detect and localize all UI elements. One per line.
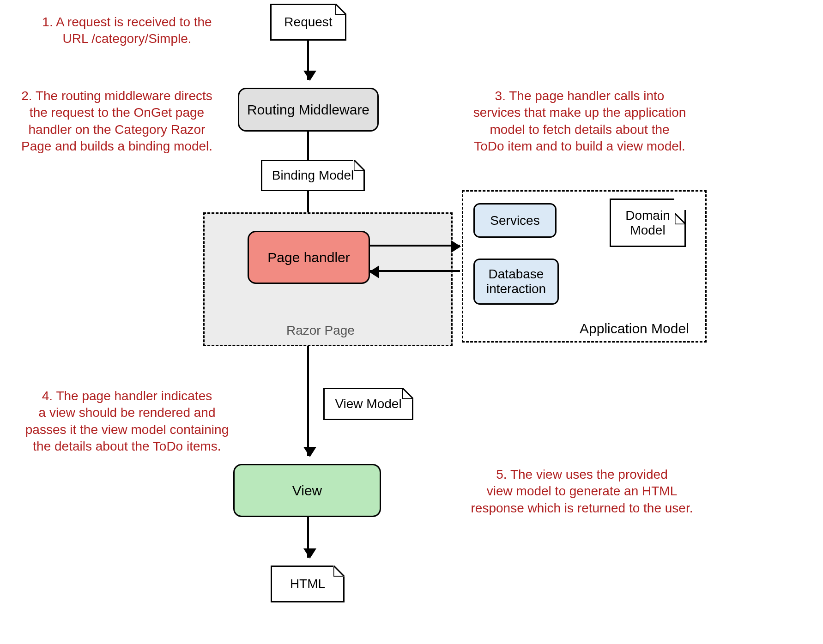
doc-request-label: Request bbox=[284, 15, 332, 30]
block-page-handler: Page handler bbox=[248, 231, 370, 284]
annotation-2: 2. The routing middleware directs the re… bbox=[8, 88, 225, 155]
arrow-razorpage-view bbox=[307, 346, 309, 456]
razor-page-label: Razor Page bbox=[286, 323, 355, 338]
doc-view-model: View Model bbox=[323, 388, 413, 420]
html-label: HTML bbox=[290, 577, 325, 591]
svg-marker-4 bbox=[333, 566, 345, 577]
svg-marker-3 bbox=[402, 388, 413, 399]
services-label: Services bbox=[490, 213, 539, 228]
arrow-request-routing bbox=[307, 41, 309, 80]
annotation-5: 5. The view uses the provided view model… bbox=[457, 466, 707, 517]
doc-fold-icon bbox=[335, 4, 346, 15]
block-routing-middleware: Routing Middleware bbox=[238, 88, 379, 132]
doc-request: Request bbox=[270, 4, 346, 41]
doc-fold-icon bbox=[354, 160, 365, 171]
annotation-1: 1. A request is received to the URL /cat… bbox=[28, 14, 226, 48]
diagram-stage: 1. A request is received to the URL /cat… bbox=[0, 0, 823, 644]
doc-fold-icon bbox=[402, 388, 413, 399]
block-database-interaction: Database interaction bbox=[473, 259, 559, 305]
svg-marker-1 bbox=[354, 160, 365, 171]
arrow-view-html bbox=[307, 517, 309, 558]
block-view: View bbox=[233, 464, 381, 517]
domain-model-label: Domain Model bbox=[625, 208, 670, 238]
binding-model-label: Binding Model bbox=[272, 168, 354, 183]
doc-fold-icon bbox=[333, 566, 345, 577]
arrow-appmodel-to-pagehandler bbox=[370, 270, 460, 272]
doc-domain-model: Domain Model bbox=[610, 199, 686, 247]
svg-marker-2 bbox=[675, 213, 686, 224]
view-model-label: View Model bbox=[335, 397, 401, 411]
annotation-4: 4. The page handler indicates a view sho… bbox=[18, 388, 236, 455]
doc-binding-model: Binding Model bbox=[261, 160, 365, 191]
view-label: View bbox=[292, 483, 322, 499]
routing-middleware-label: Routing Middleware bbox=[247, 102, 369, 118]
page-handler-label: Page handler bbox=[267, 250, 350, 265]
doc-fold-icon bbox=[675, 199, 686, 210]
application-model-label: Application Model bbox=[580, 321, 689, 337]
doc-html: HTML bbox=[271, 566, 345, 602]
arrow-pagehandler-to-appmodel bbox=[370, 245, 460, 247]
database-interaction-label: Database interaction bbox=[486, 267, 546, 296]
svg-marker-0 bbox=[335, 4, 346, 15]
block-services: Services bbox=[473, 203, 557, 238]
annotation-3: 3. The page handler calls into services … bbox=[462, 88, 697, 155]
